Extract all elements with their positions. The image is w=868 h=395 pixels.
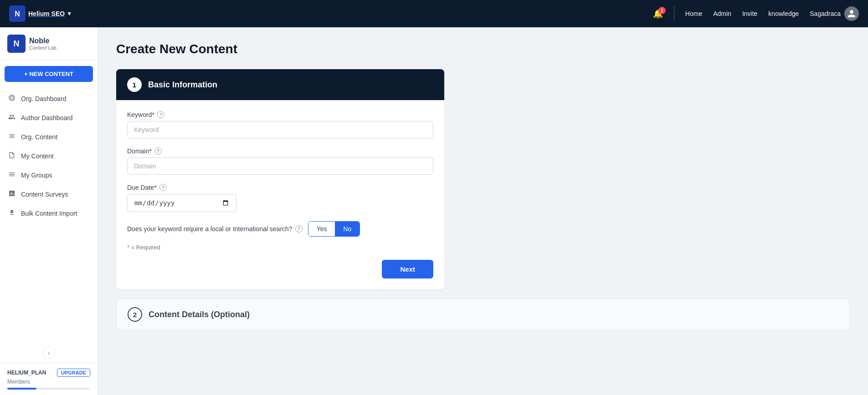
logo-sub: Content Lab	[29, 45, 56, 51]
user-menu[interactable]: Sagadraca	[810, 6, 859, 21]
members-progress-bar-bg	[7, 388, 90, 390]
sidebar-item-content-surveys[interactable]: Content Surveys	[0, 185, 98, 204]
step2-circle: 2	[128, 307, 142, 322]
upgrade-button[interactable]: UPGRADE	[57, 369, 90, 377]
keyword-help-icon[interactable]: ?	[157, 111, 164, 118]
org-dashboard-icon	[7, 94, 16, 103]
step1-title: Basic Information	[148, 80, 217, 90]
keyword-input[interactable]	[127, 121, 433, 138]
brand-name: Helium SEO	[28, 10, 65, 17]
local-search-label: Does your keyword require a local or Int…	[127, 225, 303, 233]
plan-row: HELIUM_PLAN UPGRADE	[7, 369, 90, 377]
due-date-label: Due Date* ?	[127, 184, 433, 191]
svg-text:N: N	[14, 39, 20, 48]
svg-text:N: N	[15, 10, 20, 18]
bulk-content-import-icon	[7, 209, 16, 218]
brand-logo-icon: N	[9, 5, 26, 22]
nav-link-knowledge[interactable]: knowledge	[768, 10, 799, 17]
sidebar-item-label-org-dashboard: Org. Dashboard	[21, 95, 67, 102]
sidebar-item-label-content-surveys: Content Surveys	[21, 191, 68, 198]
sidebar-item-org-content[interactable]: Org. Content	[0, 127, 98, 147]
step1-body: Keyword* ? Domain* ? Due Date*	[116, 100, 444, 289]
new-content-button[interactable]: + NEW CONTENT	[5, 66, 93, 82]
sidebar-logo: N Noble Content Lab	[0, 27, 98, 61]
due-date-group: Due Date* ?	[127, 184, 433, 212]
members-label: Members	[7, 379, 90, 385]
user-name: Sagadraca	[810, 10, 841, 17]
sidebar-item-label-org-content: Org. Content	[21, 133, 57, 141]
sidebar-navigation: Org. Dashboard Author Dashboard Org. Con…	[0, 87, 98, 343]
yes-no-toggle: Yes No	[308, 221, 360, 237]
sidebar-item-author-dashboard[interactable]: Author Dashboard	[0, 108, 98, 127]
sidebar-collapse-icon: ‹	[48, 349, 50, 356]
sidebar-collapse-button[interactable]: ‹	[42, 346, 55, 359]
my-groups-icon	[7, 171, 16, 180]
top-navigation: N Helium SEO ▼ 🔔 1 Home Admin Invite kno…	[0, 0, 868, 27]
sidebar-footer: HELIUM_PLAN UPGRADE Members	[0, 363, 98, 395]
sidebar-item-bulk-content-import[interactable]: Bulk Content Import	[0, 204, 98, 223]
members-progress-bar-fill	[7, 388, 36, 390]
org-content-icon	[7, 132, 16, 142]
sidebar-item-label-author-dashboard: Author Dashboard	[21, 114, 73, 122]
my-content-icon	[7, 152, 16, 161]
step1-card: 1 Basic Information Keyword* ? Domain*	[116, 69, 444, 289]
sidebar-item-my-groups[interactable]: My Groups	[0, 166, 98, 185]
domain-label: Domain* ?	[127, 147, 433, 155]
keyword-label: Keyword* ?	[127, 111, 433, 118]
step2-card: 2 Content Details (Optional)	[116, 299, 850, 330]
yes-button[interactable]: Yes	[308, 222, 335, 236]
user-avatar	[844, 6, 859, 21]
notification-badge: 1	[658, 7, 666, 14]
sidebar: N Noble Content Lab + NEW CONTENT Org. D…	[0, 27, 98, 395]
nav-link-admin[interactable]: Admin	[713, 10, 731, 17]
step1-circle: 1	[127, 77, 142, 92]
sidebar-item-my-content[interactable]: My Content	[0, 147, 98, 166]
required-note: * = Required	[127, 244, 433, 251]
sidebar-item-org-dashboard[interactable]: Org. Dashboard	[0, 89, 98, 108]
due-date-help-icon[interactable]: ?	[159, 184, 167, 191]
plan-name: HELIUM_PLAN	[7, 370, 46, 376]
sidebar-item-label-my-groups: My Groups	[21, 172, 52, 179]
content-surveys-icon	[7, 190, 16, 199]
local-search-row: Does your keyword require a local or Int…	[127, 221, 433, 237]
step1-header: 1 Basic Information	[116, 69, 444, 100]
brand-link[interactable]: N Helium SEO	[9, 5, 65, 22]
next-button[interactable]: Next	[382, 260, 433, 279]
sidebar-logo-icon: N	[7, 35, 26, 53]
nav-link-invite[interactable]: Invite	[742, 10, 757, 17]
step2-title: Content Details (Optional)	[149, 310, 250, 319]
keyword-group: Keyword* ?	[127, 111, 433, 138]
author-dashboard-icon	[7, 113, 16, 122]
domain-input[interactable]	[127, 157, 433, 175]
domain-help-icon[interactable]: ?	[154, 147, 162, 155]
main-content: Create New Content 1 Basic Information K…	[98, 27, 868, 395]
sidebar-item-label-my-content: My Content	[21, 152, 54, 160]
top-nav-right: 🔔 1 Home Admin Invite knowledge Sagadrac…	[653, 6, 859, 21]
brand-dropdown-icon[interactable]: ▼	[67, 10, 72, 17]
notifications-bell[interactable]: 🔔 1	[653, 9, 663, 19]
due-date-input[interactable]	[127, 194, 236, 212]
local-search-help-icon[interactable]: ?	[295, 225, 303, 233]
sidebar-item-label-bulk-content-import: Bulk Content Import	[21, 210, 77, 217]
logo-text: Noble	[29, 37, 56, 45]
form-actions: Next	[127, 260, 433, 279]
domain-group: Domain* ?	[127, 147, 433, 175]
nav-divider	[674, 6, 674, 21]
nav-link-home[interactable]: Home	[685, 10, 702, 17]
main-layout: N Noble Content Lab + NEW CONTENT Org. D…	[0, 27, 868, 395]
page-title: Create New Content	[116, 42, 850, 56]
no-button[interactable]: No	[335, 222, 360, 236]
